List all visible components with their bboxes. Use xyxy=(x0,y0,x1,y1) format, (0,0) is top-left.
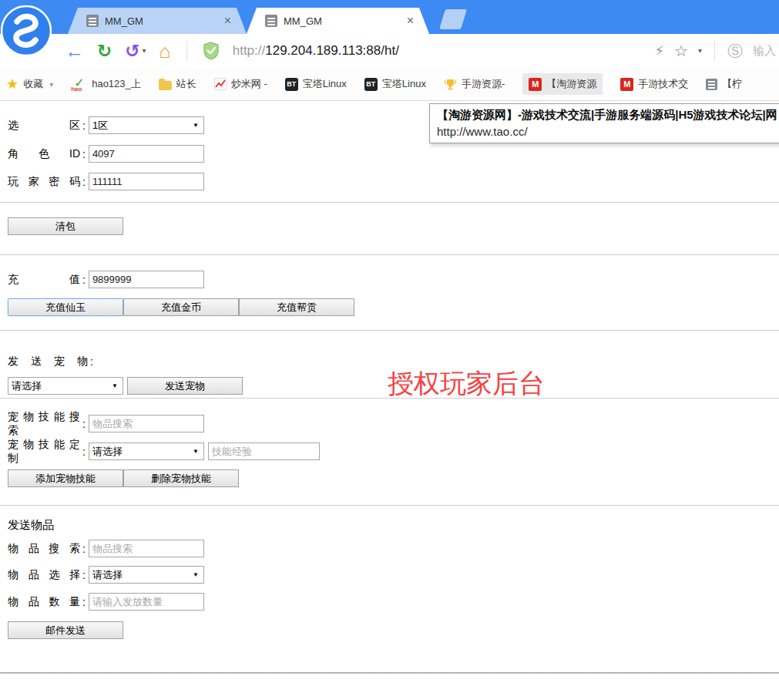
pet-skill-custom-label: 宠 物 技 能 定 制 xyxy=(8,438,80,466)
bookmark-label: 手游资源- xyxy=(462,77,505,91)
role-id-label: 角 色 ID xyxy=(8,147,80,161)
recharge-label: 充 值 xyxy=(8,273,80,287)
zone-select-value: 1区 xyxy=(92,119,108,133)
bookmark-favorites[interactable]: ★ 收藏 ▾ xyxy=(6,76,53,93)
close-icon[interactable]: × xyxy=(224,15,231,27)
pet-skill-select-value: 请选择 xyxy=(92,445,123,459)
bookmark-label: hao123_上 xyxy=(92,77,141,91)
send-pet-label: 发 送 宠 物 xyxy=(8,355,88,369)
recharge-buttons: 充值仙玉 充值金币 充值帮贡 xyxy=(8,298,354,316)
bookmark-chaomiwang[interactable]: 炒米网 - xyxy=(214,77,267,91)
favorite-star-icon[interactable]: ☆ xyxy=(674,43,688,59)
bookmark-label: 【淘游资源 xyxy=(546,77,596,91)
address-toolbar: ← ↻ ↺ ▾ ⌂ http://129.204.189.113:88/ht/ … xyxy=(0,34,779,68)
reload-icon[interactable]: ↻ xyxy=(97,42,112,60)
send-item-title: 发送物品 xyxy=(8,518,54,533)
clear-bag-button[interactable]: 清包 xyxy=(8,217,123,235)
item-quantity-input[interactable] xyxy=(89,593,204,611)
mail-send-button[interactable]: 邮件发送 xyxy=(8,621,123,639)
sogou-logo-icon xyxy=(1,5,52,56)
send-pet-button[interactable]: 发送宠物 xyxy=(127,377,243,395)
toolbar-divider xyxy=(186,41,187,61)
bookmark-shouyou-jishu[interactable]: M 手游技术交 xyxy=(620,77,688,91)
pet-select[interactable]: 请选择 ▼ xyxy=(8,377,123,395)
pet-skill-search-row: 宠 物 技 能 搜 索 : xyxy=(8,415,204,432)
player-password-row: 玩 家 密 码 : xyxy=(8,173,204,190)
chevron-down-icon: ▼ xyxy=(193,122,199,129)
star-icon: ★ xyxy=(6,76,18,93)
bookmark-ning[interactable]: 【柠 xyxy=(706,77,742,91)
undo-icon: ↺ xyxy=(125,42,139,60)
quick-access-lightning-icon[interactable]: ⚡ xyxy=(654,44,664,58)
pet-skill-search-input[interactable] xyxy=(89,415,204,432)
back-icon[interactable]: ← xyxy=(65,42,84,61)
divider xyxy=(0,505,779,506)
pet-skill-select[interactable]: 请选择 ▼ xyxy=(89,443,204,460)
bookmark-tooltip: 【淘游资源网】-游戏技术交流|手游服务端源码|H5游戏技术论坛|网 http:/… xyxy=(429,103,779,143)
input-hint-label: 输入 xyxy=(753,44,776,59)
tab-mm-gm-inactive[interactable]: MM_GM × xyxy=(68,8,247,34)
player-password-label: 玩 家 密 码 xyxy=(8,175,80,189)
delete-pet-skill-button[interactable]: 删除宠物技能 xyxy=(123,469,239,487)
colon: : xyxy=(82,446,86,458)
recharge-xianyu-button[interactable]: 充值仙玉 xyxy=(8,298,123,316)
bookmark-label: 站长 xyxy=(176,77,196,91)
tab-title: MM_GM xyxy=(284,15,322,27)
skill-exp-input[interactable] xyxy=(208,443,320,460)
chevron-down-icon: ▾ xyxy=(143,47,146,55)
divider xyxy=(0,202,779,203)
colon: : xyxy=(82,119,86,132)
zone-select[interactable]: 1区 ▼ xyxy=(89,116,204,134)
address-bar[interactable]: http://129.204.189.113:88/ht/ xyxy=(233,43,399,59)
chevron-down-icon[interactable]: ▾ xyxy=(698,47,702,55)
bookmark-hao123[interactable]: ✓ hao hao123_上 xyxy=(71,77,141,91)
sogou-browser-logo[interactable] xyxy=(1,5,52,56)
undo-button[interactable]: ↺ ▾ xyxy=(125,42,146,60)
bookmark-baota-linux-1[interactable]: BT 宝塔Linux xyxy=(285,77,347,91)
folder-icon xyxy=(159,81,172,90)
colon: : xyxy=(82,596,86,608)
player-password-input[interactable] xyxy=(89,173,204,190)
colon: : xyxy=(82,148,86,160)
recharge-banggong-button[interactable]: 充值帮贡 xyxy=(239,298,354,316)
pet-skill-buttons: 添加宠物技能 删除宠物技能 xyxy=(8,469,239,487)
chevron-down-icon: ▼ xyxy=(193,448,199,455)
m-site-icon: M xyxy=(620,78,633,91)
chevron-down-icon: ▼ xyxy=(112,382,118,389)
colon: : xyxy=(90,355,93,368)
document-icon xyxy=(706,79,717,90)
bookmark-label: 炒米网 - xyxy=(231,77,267,91)
tab-mm-gm-active[interactable]: MM_GM × xyxy=(247,8,429,34)
home-icon[interactable]: ⌂ xyxy=(159,42,171,61)
pet-skill-custom-row: 宠 物 技 能 定 制 : 请选择 ▼ xyxy=(8,443,320,460)
bookmark-shouyou-ziyuan[interactable]: 手游资源- xyxy=(444,77,505,91)
item-quantity-row: 物 品 数 量 : xyxy=(8,593,204,611)
bookmark-zhanzhang[interactable]: 站长 xyxy=(159,77,196,91)
item-select-value: 请选择 xyxy=(92,568,123,582)
bookmark-label: 宝塔Linux xyxy=(382,77,426,91)
site-security-shield-icon[interactable] xyxy=(203,42,220,60)
recharge-amount-input[interactable] xyxy=(89,271,204,288)
colon: : xyxy=(82,418,86,430)
role-id-input[interactable] xyxy=(89,145,204,163)
item-search-input[interactable] xyxy=(89,540,204,557)
bookmark-baota-linux-2[interactable]: BT 宝塔Linux xyxy=(364,77,426,91)
close-icon[interactable]: × xyxy=(407,15,414,27)
bookmark-taoyou-ziyuan[interactable]: M 【淘游资源 xyxy=(522,73,603,95)
add-pet-skill-button[interactable]: 添加宠物技能 xyxy=(8,469,123,487)
hao123-icon: ✓ hao xyxy=(71,78,87,91)
tooltip-title: 【淘游资源网】-游戏技术交流|手游服务端源码|H5游戏技术论坛|网 xyxy=(437,108,779,123)
authorized-player-watermark: 授权玩家后台 xyxy=(388,366,545,402)
bookmark-label: 手游技术交 xyxy=(638,77,688,91)
recharge-gold-button[interactable]: 充值金币 xyxy=(123,298,239,316)
item-select[interactable]: 请选择 ▼ xyxy=(89,566,204,584)
new-tab-button[interactable] xyxy=(439,9,467,29)
colon: : xyxy=(82,543,86,555)
zone-label: 选 区 xyxy=(8,119,80,133)
trophy-icon xyxy=(444,78,457,91)
tab-bar: MM_GM × MM_GM × xyxy=(0,0,779,34)
sogou-input-icon[interactable]: Ⓢ xyxy=(727,43,743,59)
send-pet-label-row: 发 送 宠 物 : xyxy=(8,352,96,370)
bookmarks-bar: ★ 收藏 ▾ ✓ hao hao123_上 站长 炒米网 - BT 宝塔Linu… xyxy=(0,68,779,101)
colon: : xyxy=(82,176,86,188)
